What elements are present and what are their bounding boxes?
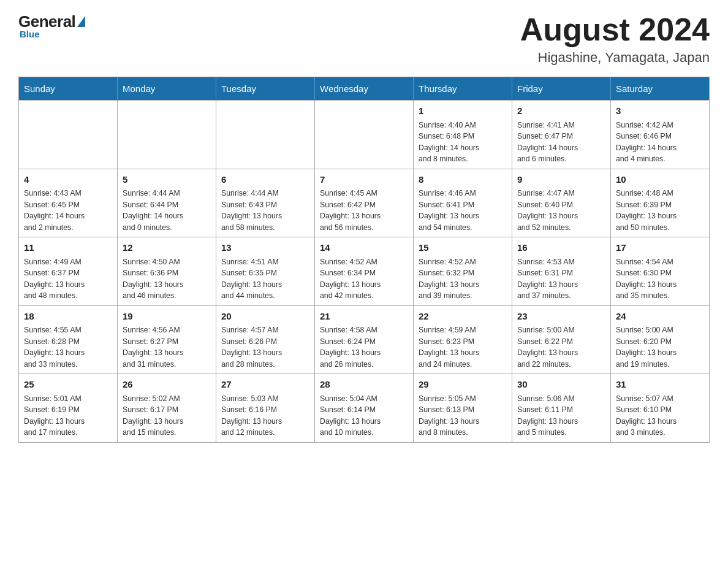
table-row: 15Sunrise: 4:52 AMSunset: 6:32 PMDayligh… — [414, 237, 512, 306]
logo-triangle-icon — [77, 16, 85, 27]
calendar-week-row: 1Sunrise: 4:40 AMSunset: 6:48 PMDaylight… — [19, 101, 710, 169]
day-number: 24 — [616, 310, 704, 323]
table-row: 13Sunrise: 4:51 AMSunset: 6:35 PMDayligh… — [216, 237, 315, 306]
col-monday: Monday — [118, 77, 216, 101]
logo: General Blue — [18, 12, 85, 39]
day-number: 25 — [24, 378, 112, 391]
calendar-month-year: August 2024 — [520, 12, 710, 47]
calendar-title-block: August 2024 Higashine, Yamagata, Japan — [520, 12, 710, 66]
day-info: Sunrise: 4:43 AMSunset: 6:45 PMDaylight:… — [24, 188, 112, 233]
table-row: 5Sunrise: 4:44 AMSunset: 6:44 PMDaylight… — [118, 169, 216, 237]
day-number: 29 — [419, 378, 507, 391]
day-info: Sunrise: 5:06 AMSunset: 6:11 PMDaylight:… — [517, 393, 605, 439]
table-row: 19Sunrise: 4:56 AMSunset: 6:27 PMDayligh… — [118, 305, 216, 374]
day-number: 30 — [517, 378, 605, 391]
day-info: Sunrise: 4:40 AMSunset: 6:48 PMDaylight:… — [419, 120, 507, 165]
day-number: 16 — [517, 241, 605, 255]
day-info: Sunrise: 4:58 AMSunset: 6:24 PMDaylight:… — [320, 324, 408, 370]
col-friday: Friday — [512, 77, 611, 101]
day-number: 5 — [123, 173, 211, 186]
day-number: 28 — [320, 378, 408, 391]
day-info: Sunrise: 4:41 AMSunset: 6:47 PMDaylight:… — [517, 120, 605, 165]
day-info: Sunrise: 4:50 AMSunset: 6:36 PMDaylight:… — [123, 256, 211, 302]
day-number: 14 — [320, 241, 408, 255]
table-row: 30Sunrise: 5:06 AMSunset: 6:11 PMDayligh… — [512, 374, 611, 443]
col-thursday: Thursday — [414, 77, 512, 101]
day-info: Sunrise: 4:47 AMSunset: 6:40 PMDaylight:… — [517, 188, 605, 233]
day-number: 13 — [221, 241, 309, 255]
day-number: 7 — [320, 173, 408, 186]
table-row: 21Sunrise: 4:58 AMSunset: 6:24 PMDayligh… — [315, 305, 414, 374]
day-number: 3 — [616, 104, 704, 118]
day-number: 20 — [221, 310, 309, 323]
day-number: 26 — [123, 378, 211, 391]
table-row: 3Sunrise: 4:42 AMSunset: 6:46 PMDaylight… — [611, 101, 710, 169]
day-number: 6 — [221, 173, 309, 186]
day-info: Sunrise: 4:53 AMSunset: 6:31 PMDaylight:… — [517, 256, 605, 302]
table-row: 25Sunrise: 5:01 AMSunset: 6:19 PMDayligh… — [19, 374, 118, 443]
day-number: 21 — [320, 310, 408, 323]
day-number: 2 — [517, 104, 605, 118]
table-row: 20Sunrise: 4:57 AMSunset: 6:26 PMDayligh… — [216, 305, 315, 374]
day-info: Sunrise: 5:01 AMSunset: 6:19 PMDaylight:… — [24, 393, 112, 439]
table-row: 6Sunrise: 4:44 AMSunset: 6:43 PMDaylight… — [216, 169, 315, 237]
day-number: 22 — [419, 310, 507, 323]
day-info: Sunrise: 4:59 AMSunset: 6:23 PMDaylight:… — [419, 324, 507, 370]
day-number: 17 — [616, 241, 704, 255]
table-row: 4Sunrise: 4:43 AMSunset: 6:45 PMDaylight… — [19, 169, 118, 237]
day-number: 31 — [616, 378, 704, 391]
day-info: Sunrise: 4:52 AMSunset: 6:32 PMDaylight:… — [419, 256, 507, 302]
day-info: Sunrise: 5:05 AMSunset: 6:13 PMDaylight:… — [419, 393, 507, 439]
table-row: 28Sunrise: 5:04 AMSunset: 6:14 PMDayligh… — [315, 374, 414, 443]
table-row: 29Sunrise: 5:05 AMSunset: 6:13 PMDayligh… — [414, 374, 512, 443]
day-info: Sunrise: 4:57 AMSunset: 6:26 PMDaylight:… — [221, 324, 309, 370]
day-info: Sunrise: 4:48 AMSunset: 6:39 PMDaylight:… — [616, 188, 704, 233]
day-info: Sunrise: 4:44 AMSunset: 6:44 PMDaylight:… — [123, 188, 211, 233]
table-row: 18Sunrise: 4:55 AMSunset: 6:28 PMDayligh… — [19, 305, 118, 374]
col-wednesday: Wednesday — [315, 77, 414, 101]
day-info: Sunrise: 4:55 AMSunset: 6:28 PMDaylight:… — [24, 324, 112, 370]
day-number: 18 — [24, 310, 112, 323]
day-number: 27 — [221, 378, 309, 391]
table-row: 11Sunrise: 4:49 AMSunset: 6:37 PMDayligh… — [19, 237, 118, 306]
table-row: 26Sunrise: 5:02 AMSunset: 6:17 PMDayligh… — [118, 374, 216, 443]
table-row: 14Sunrise: 4:52 AMSunset: 6:34 PMDayligh… — [315, 237, 414, 306]
page-header: General Blue August 2024 Higashine, Yama… — [18, 12, 710, 66]
table-row: 31Sunrise: 5:07 AMSunset: 6:10 PMDayligh… — [611, 374, 710, 443]
table-row — [315, 101, 414, 169]
calendar-header-row: Sunday Monday Tuesday Wednesday Thursday… — [19, 77, 710, 101]
col-saturday: Saturday — [611, 77, 710, 101]
day-number: 4 — [24, 173, 112, 186]
calendar-location: Higashine, Yamagata, Japan — [520, 50, 710, 66]
day-number: 9 — [517, 173, 605, 186]
calendar-week-row: 25Sunrise: 5:01 AMSunset: 6:19 PMDayligh… — [19, 374, 710, 443]
table-row: 27Sunrise: 5:03 AMSunset: 6:16 PMDayligh… — [216, 374, 315, 443]
day-info: Sunrise: 4:51 AMSunset: 6:35 PMDaylight:… — [221, 256, 309, 302]
calendar-week-row: 4Sunrise: 4:43 AMSunset: 6:45 PMDaylight… — [19, 169, 710, 237]
table-row: 7Sunrise: 4:45 AMSunset: 6:42 PMDaylight… — [315, 169, 414, 237]
table-row: 9Sunrise: 4:47 AMSunset: 6:40 PMDaylight… — [512, 169, 611, 237]
table-row: 16Sunrise: 4:53 AMSunset: 6:31 PMDayligh… — [512, 237, 611, 306]
day-info: Sunrise: 5:02 AMSunset: 6:17 PMDaylight:… — [123, 393, 211, 439]
table-row: 24Sunrise: 5:00 AMSunset: 6:20 PMDayligh… — [611, 305, 710, 374]
table-row: 22Sunrise: 4:59 AMSunset: 6:23 PMDayligh… — [414, 305, 512, 374]
day-number: 23 — [517, 310, 605, 323]
table-row: 12Sunrise: 4:50 AMSunset: 6:36 PMDayligh… — [118, 237, 216, 306]
calendar-table: Sunday Monday Tuesday Wednesday Thursday… — [18, 77, 710, 443]
day-info: Sunrise: 5:00 AMSunset: 6:22 PMDaylight:… — [517, 324, 605, 370]
day-info: Sunrise: 4:42 AMSunset: 6:46 PMDaylight:… — [616, 120, 704, 165]
day-number: 1 — [419, 104, 507, 118]
day-info: Sunrise: 4:46 AMSunset: 6:41 PMDaylight:… — [419, 188, 507, 233]
table-row: 10Sunrise: 4:48 AMSunset: 6:39 PMDayligh… — [611, 169, 710, 237]
day-number: 19 — [123, 310, 211, 323]
day-info: Sunrise: 4:45 AMSunset: 6:42 PMDaylight:… — [320, 188, 408, 233]
day-info: Sunrise: 5:00 AMSunset: 6:20 PMDaylight:… — [616, 324, 704, 370]
day-info: Sunrise: 4:54 AMSunset: 6:30 PMDaylight:… — [616, 256, 704, 302]
table-row: 1Sunrise: 4:40 AMSunset: 6:48 PMDaylight… — [414, 101, 512, 169]
logo-blue-text: Blue — [20, 29, 40, 39]
day-info: Sunrise: 5:03 AMSunset: 6:16 PMDaylight:… — [221, 393, 309, 439]
day-info: Sunrise: 5:04 AMSunset: 6:14 PMDaylight:… — [320, 393, 408, 439]
col-tuesday: Tuesday — [216, 77, 315, 101]
table-row — [19, 101, 118, 169]
day-number: 8 — [419, 173, 507, 186]
